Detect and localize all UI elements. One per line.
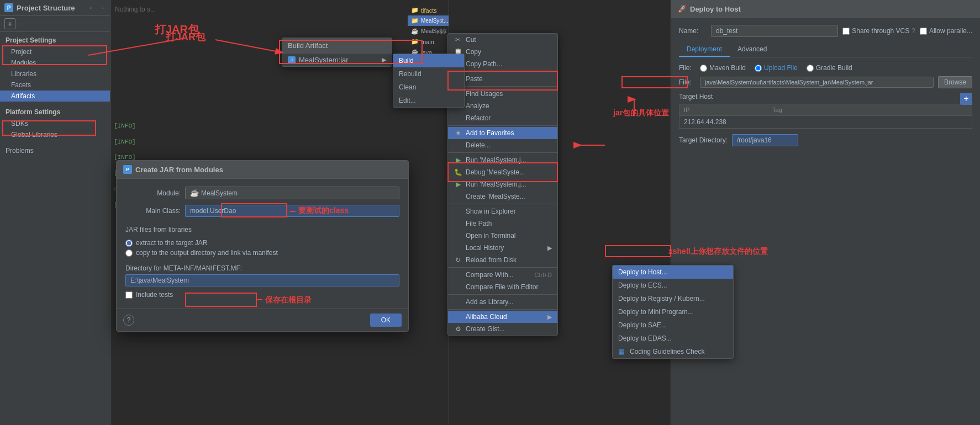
add-host-button[interactable]: + xyxy=(960,93,972,105)
menu-add-favorites[interactable]: ★ Add to Favorites xyxy=(448,127,557,139)
include-tests-checkbox[interactable] xyxy=(125,291,133,299)
dir-value[interactable]: E:\java\MealSystem xyxy=(125,274,399,286)
menu-alibaba-cloud[interactable]: Alibaba Cloud ▶ xyxy=(448,311,557,323)
module-value: ☕ MealSystem xyxy=(185,187,399,199)
gradle-radio[interactable]: Gradle Build xyxy=(807,64,852,72)
edit-action[interactable]: Edit... xyxy=(393,94,464,107)
main-label: main xyxy=(421,39,434,45)
terminal-label: Open in Terminal xyxy=(466,232,516,240)
deploy-to-edas[interactable]: Deploy to EDAS... xyxy=(613,332,733,345)
run2-label: Run 'MealSystem.j... xyxy=(466,180,526,188)
menu-create-gist[interactable]: ⚙ Create Gist... xyxy=(448,323,557,335)
help-button[interactable]: ? xyxy=(123,315,134,326)
build-artifact-mealsystem[interactable]: J MealSystem:jar ▶ Build Rebuild Clean E… xyxy=(282,54,392,66)
allow-checkbox[interactable] xyxy=(920,28,927,35)
add-button[interactable]: + xyxy=(4,18,15,29)
maven-radio[interactable]: Maven Build xyxy=(700,64,746,72)
radio-copy[interactable]: copy to the output directory and link vi… xyxy=(125,248,399,258)
dir-path: E:\java\MealSystem xyxy=(130,277,189,284)
file-path-input[interactable] xyxy=(700,77,934,88)
deploy-to-sae[interactable]: Deploy to SAE... xyxy=(613,318,733,332)
menu-run[interactable]: ▶ Run 'MealSystem.j... xyxy=(448,154,557,166)
rebuild-action[interactable]: Rebuild xyxy=(393,67,464,81)
menu-create[interactable]: Create 'MealSyste... xyxy=(448,190,557,203)
run2-icon: ▶ xyxy=(454,180,462,188)
radio-extract-input[interactable] xyxy=(125,240,133,247)
menu-add-library[interactable]: Add as Library... xyxy=(448,296,557,308)
menu-run2[interactable]: ▶ Run 'MealSystem.j... xyxy=(448,178,557,190)
deploy-submenu: Deploy to Host... Deploy to ECS... Deplo… xyxy=(612,265,734,359)
sidebar-item-facets[interactable]: Facets xyxy=(0,79,110,91)
include-tests-row[interactable]: Include tests xyxy=(125,286,399,301)
browse-button[interactable]: Browse xyxy=(938,76,972,88)
deploy-icon: 🚀 xyxy=(678,4,687,13)
menu-file-path[interactable]: File Path xyxy=(448,217,557,230)
menu-cut[interactable]: ✂ Cut xyxy=(448,34,557,46)
menu-reload[interactable]: ↻ Reload from Disk xyxy=(448,254,557,266)
menu-terminal[interactable]: Open in Terminal xyxy=(448,230,557,242)
gradle-radio-input[interactable] xyxy=(807,65,814,72)
sidebar-item-sdks[interactable]: SDKs xyxy=(0,118,110,129)
main-class-value[interactable]: model.UserDao xyxy=(185,205,399,217)
tab-deployment[interactable]: Deployment xyxy=(679,42,730,57)
main-class-row: Main Class: model.UserDao xyxy=(125,205,399,217)
menu-debug[interactable]: 🐛 Debug 'MealSyste... xyxy=(448,166,557,178)
sidebar-item-problems[interactable]: Problems xyxy=(0,140,110,157)
menu-delete[interactable]: Delete... xyxy=(448,139,557,151)
allow-label: Allow paralle... xyxy=(920,27,972,35)
share-checkbox[interactable] xyxy=(842,28,850,35)
separator-3 xyxy=(448,125,557,126)
menu-compare-editor[interactable]: Compare File with Editor xyxy=(448,281,557,293)
name-input[interactable] xyxy=(711,25,838,37)
line-99: 99 xyxy=(440,28,446,35)
radio-extract[interactable]: extract to the target JAR xyxy=(125,238,399,248)
maven-radio-input[interactable] xyxy=(700,65,707,72)
deploy-to-ecs[interactable]: Deploy to ECS... xyxy=(613,279,733,292)
back-arrow[interactable]: ← xyxy=(88,3,96,12)
mealsystem-jar-folder[interactable]: 📁 MealSyst... 98 xyxy=(408,15,449,26)
dialog-body: Module: ☕ MealSystem Main Class: model.U… xyxy=(117,179,408,309)
debug-icon: 🐛 xyxy=(454,168,462,176)
share-text: Share through VCS xyxy=(852,27,909,35)
share-label: Share through VCS ? xyxy=(842,27,915,35)
radio-copy-input[interactable] xyxy=(125,249,133,257)
menu-compare[interactable]: Compare With... Ctrl+D xyxy=(448,269,557,281)
share-question: ? xyxy=(911,27,915,35)
radio-copy-label: copy to the output directory and link vi… xyxy=(136,249,278,257)
deploy-to-host[interactable]: Deploy to Host... xyxy=(613,265,733,279)
tag-header: Tag xyxy=(772,107,967,113)
upload-radio[interactable]: Upload File xyxy=(755,64,798,72)
coding-icon: ▦ xyxy=(618,348,624,355)
clean-action[interactable]: Clean xyxy=(393,81,464,94)
deploy-to-mini-program[interactable]: Deploy to Mini Program... xyxy=(613,305,733,318)
separator-8 xyxy=(448,309,557,310)
sidebar-item-artifacts[interactable]: Artifacts xyxy=(0,91,110,102)
build-action[interactable]: Build xyxy=(393,54,464,67)
menu-show-explorer[interactable]: Show in Explorer xyxy=(448,205,557,217)
ok-button[interactable]: OK xyxy=(370,314,402,327)
gradle-label: Gradle Build xyxy=(816,64,852,72)
forward-arrow[interactable]: → xyxy=(98,3,106,12)
reload-icon: ↻ xyxy=(454,256,462,264)
deploy-to-registry[interactable]: Deploy to Registry / Kubern... xyxy=(613,292,733,305)
sidebar-item-project[interactable]: Project xyxy=(0,46,110,57)
refactor-label: Refactor xyxy=(466,114,491,122)
menu-local-history[interactable]: Local History ▶ xyxy=(448,242,557,254)
menu-refactor[interactable]: Refactor xyxy=(448,112,557,124)
tab-advanced[interactable]: Advanced xyxy=(730,42,774,57)
sidebar-item-modules[interactable]: Modules xyxy=(0,57,110,68)
target-dir-input[interactable] xyxy=(732,134,798,146)
nav-arrows: ← → xyxy=(88,3,106,12)
coding-guidelines[interactable]: ▦ Coding Guidelines Check xyxy=(613,345,733,358)
upload-radio-input[interactable] xyxy=(755,65,762,72)
copy-label: Copy xyxy=(466,48,481,56)
ip-header: IP xyxy=(684,107,772,113)
sidebar-item-libraries[interactable]: Libraries xyxy=(0,68,110,79)
main-folder[interactable]: 📁 main xyxy=(408,36,449,47)
delete-label: Delete... xyxy=(466,141,491,149)
sidebar-item-global-libraries[interactable]: Global Libraries xyxy=(0,129,110,140)
minus-button[interactable]: − xyxy=(18,20,22,28)
host-row-1[interactable]: 212.64.44.238 xyxy=(679,116,972,129)
radio-group: extract to the target JAR copy to the ou… xyxy=(125,236,399,260)
mealsystem-jar-file[interactable]: ☕ MealSys... 99 xyxy=(408,26,449,36)
